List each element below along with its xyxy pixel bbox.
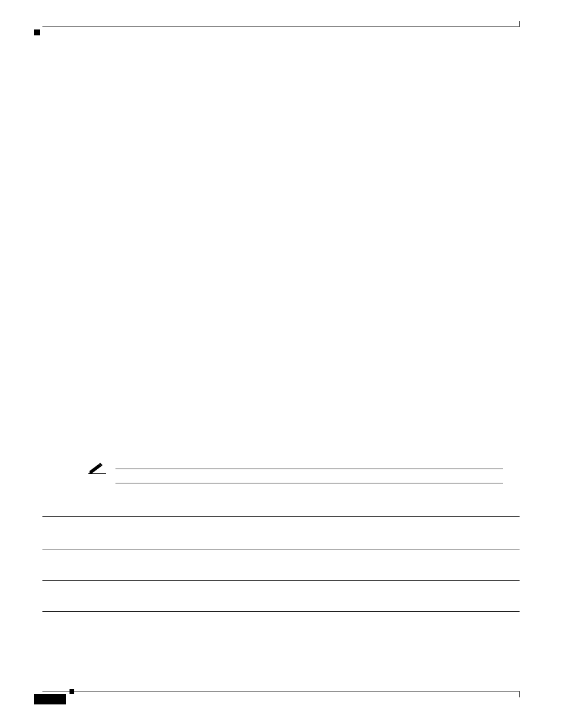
note-icon-underline [88, 473, 106, 474]
crop-mark-top-left [34, 29, 40, 35]
table-row [42, 549, 520, 581]
table-header-col9 [384, 517, 520, 549]
table-header-col7 [316, 531, 351, 549]
crop-mark-bottom-left [70, 689, 74, 694]
page-top-rule [42, 27, 520, 27]
table-row [42, 581, 520, 612]
table-header-col4 [215, 531, 249, 549]
data-table [42, 516, 520, 612]
table-header-col2 [147, 531, 181, 549]
note-rule-bottom [115, 483, 503, 483]
table-header-col0 [42, 517, 113, 549]
note-rule-top [115, 469, 503, 469]
crop-mark-top-right [519, 21, 520, 27]
table-header-col3 [181, 531, 215, 549]
crop-mark-bottom-right [519, 691, 520, 697]
svg-marker-0 [90, 464, 101, 473]
table-header-group [113, 517, 384, 532]
table-header-col6 [283, 531, 317, 549]
table-header-col5 [249, 531, 283, 549]
pencil-icon [88, 463, 104, 473]
page-bottom-rule [42, 691, 520, 691]
page-number-block [34, 694, 66, 704]
table-header-col1 [113, 531, 147, 549]
table-header-col8 [351, 531, 385, 549]
